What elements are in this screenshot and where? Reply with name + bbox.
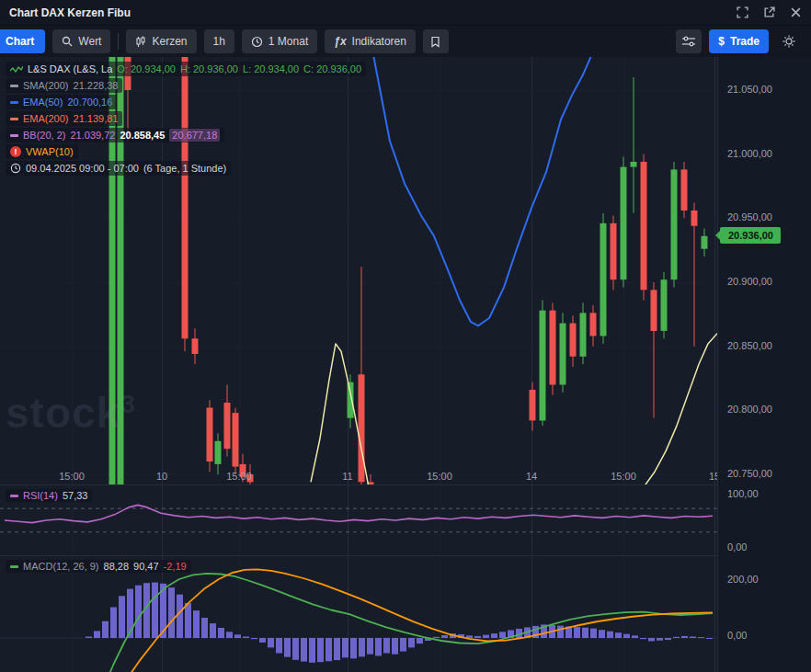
macd-dash-icon [10,565,18,568]
price-axis-label: 21.000,00 [727,148,772,159]
chart-button-label: Chart [6,35,34,48]
range-span: (6 Tage, 1 Stunde) [143,162,226,175]
tune-icon [682,36,695,47]
instrument-name: L&S DAX (L&S, La [28,63,112,75]
series-wave-icon [10,64,23,74]
range-datetime: 09.04.2025 09:00 - 07:00 [26,162,139,175]
rsi-axis-bottom-label: 0,00 [727,541,747,552]
ohlc-open: O: 20.934,00 [117,63,176,75]
rsi-dash-icon [10,495,18,497]
chart-window: Chart DAX Kerzen Fibu Chart Wert Kerzen [0,0,811,672]
clock-icon [251,36,263,48]
trade-button-label: Trade [730,35,760,48]
ema50-label: EMA(50) [23,96,63,108]
kerzen-button-label: Kerzen [152,35,187,48]
wert-button[interactable]: Wert [52,29,110,53]
fullscreen-icon[interactable] [737,6,748,18]
timeframe-button-label: 1h [213,35,225,48]
close-icon[interactable] [790,6,802,18]
price-axis-label: 21.050,00 [727,84,772,95]
rsi-legend[interactable]: RSI(14) 57,33 [6,489,92,502]
macd-label: MACD(12, 26, 9) [23,561,99,572]
ohlc-close: C: 20.936,00 [303,63,361,75]
indicators-button-label: Indikatoren [352,35,406,48]
legend-ema200[interactable]: EMA(200) 21.139,81 [6,111,122,126]
settings-button[interactable] [776,29,802,53]
ema200-dash-icon [10,118,18,120]
chart-legend: L&S DAX (L&S, La O: 20.934,00 H: 20.936,… [6,62,366,176]
ema200-value: 21.139,81 [74,112,119,125]
trade-button[interactable]: $ Trade [709,29,769,53]
kerzen-button[interactable]: Kerzen [126,29,196,53]
price-axis-label: 20.750,00 [727,468,772,479]
price-axis-label: 20.850,00 [727,340,772,351]
rsi-label: RSI(14) [23,490,58,501]
clock-icon [10,163,21,174]
window-title: Chart DAX Kerzen Fibu [9,6,131,19]
ema50-dash-icon [10,101,18,104]
price-axis[interactable]: 21.050,0021.000,0020.950,0020.900,0020.8… [717,57,811,672]
popout-icon[interactable] [763,6,775,18]
rsi-value: 57,33 [63,490,88,501]
candles-icon [135,36,146,48]
ohlc-low: L: 20.934,00 [243,63,299,75]
fx-icon: ƒx [334,35,346,48]
wert-button-label: Wert [78,35,101,48]
legend-bb[interactable]: BB(20, 2) 21.039,72 20.858,45 20.677,18 [6,128,224,142]
bb-label: BB(20, 2) [23,129,65,142]
chart-button[interactable]: Chart [0,29,45,53]
rsi-pane[interactable]: RSI(14) 57,33 [0,484,717,555]
price-axis-label: 20.950,00 [727,211,772,222]
macd-axis-bottom-label: 0,00 [727,630,747,641]
macd-axis-top-label: 200,00 [727,574,759,585]
ema200-label: EMA(200) [23,112,69,125]
last-price-badge: 20.936,00 [720,227,781,244]
chart-area: stock3 L&S DAX (L&S, La O: 20.934,00 H: … [0,57,811,672]
legend-date-range[interactable]: 09.04.2025 09:00 - 07:00 (6 Tage, 1 Stun… [6,161,231,176]
macd-canvas[interactable] [0,556,717,672]
macd-value: 88,28 [104,561,130,572]
ema50-value: 20.700,16 [67,96,112,108]
bb-lower: 20.677,18 [169,129,220,142]
legend-vwap[interactable]: VWAP(10) [6,144,78,159]
timeframe-button[interactable]: 1h [204,29,234,53]
macd-pane[interactable]: MACD(12, 26, 9) 88,28 90,47 -2,19 [0,555,717,672]
bb-upper: 21.039,72 [70,129,115,142]
macd-legend[interactable]: MACD(12, 26, 9) 88,28 90,47 -2,19 [6,560,191,573]
search-icon [62,36,73,47]
dollar-icon: $ [718,35,725,48]
sma-label: SMA(200) [23,79,69,92]
sma-value: 21.228,38 [74,79,119,92]
bookmark-button[interactable] [423,29,449,53]
main-chart-pane[interactable]: stock3 L&S DAX (L&S, La O: 20.934,00 H: … [0,57,717,484]
titlebar: Chart DAX Kerzen Fibu [0,0,811,26]
period-button-label: 1 Monat [268,35,308,48]
rsi-canvas[interactable] [0,485,717,555]
bb-dash-icon [10,134,18,137]
tune-button[interactable] [676,29,702,53]
period-button[interactable]: 1 Monat [242,29,317,53]
rsi-axis-top-label: 100,00 [727,488,759,499]
bookmark-icon [430,36,440,48]
gear-icon [782,35,795,48]
legend-ema50[interactable]: EMA(50) 20.700,16 [6,95,117,109]
macd-hist-value: -2,19 [164,561,187,572]
toolbar: Chart Wert Kerzen 1h 1 Monat ƒx Indikato… [0,26,811,57]
sma-dash-icon [10,85,18,87]
price-axis-label: 20.800,00 [727,404,772,415]
indicators-button[interactable]: ƒx Indikatoren [325,29,416,53]
vwap-label: VWAP(10) [26,145,74,158]
macd-signal-value: 90,47 [133,561,159,572]
legend-sma200[interactable]: SMA(200) 21.228,38 [6,78,122,93]
titlebar-icons [737,6,802,18]
toolbar-separator [118,33,119,50]
bb-middle: 20.858,45 [120,129,165,142]
ohlc-high: H: 20.936,00 [180,63,238,75]
price-axis-label: 20.900,00 [727,276,772,287]
legend-instrument[interactable]: L&S DAX (L&S, La O: 20.934,00 H: 20.936,… [6,62,366,76]
warning-icon [10,146,21,157]
